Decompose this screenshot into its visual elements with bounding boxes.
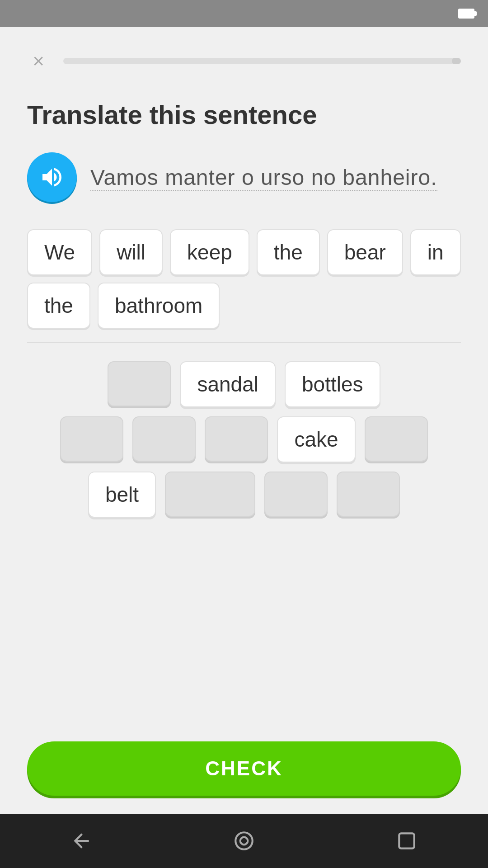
status-bar	[0, 0, 488, 27]
progress-bar	[63, 58, 461, 64]
svg-point-0	[235, 832, 253, 849]
home-button[interactable]	[226, 823, 262, 859]
speaker-icon	[39, 165, 65, 190]
top-row: ×	[27, 50, 461, 72]
answer-area: We will keep the bear in the bathroom	[27, 229, 461, 343]
word-bank-placeholder-6	[165, 472, 255, 517]
close-button[interactable]: ×	[27, 50, 50, 72]
battery-icon	[458, 9, 474, 19]
sentence-text: Vamos manter o urso no banheiro.	[90, 165, 437, 190]
back-button[interactable]	[63, 823, 99, 859]
main-content: × Translate this sentence Vamos manter o…	[0, 27, 488, 814]
sentence-row: Vamos manter o urso no banheiro.	[27, 152, 461, 202]
svg-rect-2	[399, 833, 414, 848]
audio-button[interactable]	[27, 152, 77, 202]
recent-button[interactable]	[389, 823, 425, 859]
answer-chip-the1[interactable]: the	[257, 229, 320, 275]
word-bank-placeholder-2	[60, 416, 123, 462]
word-bank: sandal bottles cake belt	[27, 361, 461, 518]
word-bank-placeholder-8	[337, 472, 400, 517]
instruction-text: Translate this sentence	[27, 99, 461, 130]
word-bank-placeholder-4	[205, 416, 268, 462]
word-bank-belt[interactable]: belt	[88, 472, 156, 518]
word-bank-row-1: sandal bottles	[36, 361, 452, 407]
answer-chip-in[interactable]: in	[410, 229, 461, 275]
answer-chip-bathroom[interactable]: bathroom	[98, 283, 220, 329]
answer-chip-keep[interactable]: keep	[170, 229, 249, 275]
word-bank-row-3: belt	[36, 472, 452, 518]
word-bank-placeholder-5	[365, 416, 428, 462]
answer-chip-bear[interactable]: bear	[327, 229, 403, 275]
word-bank-sandal[interactable]: sandal	[180, 361, 276, 407]
word-bank-placeholder-3	[132, 416, 196, 462]
word-bank-cake[interactable]: cake	[277, 416, 355, 462]
check-button[interactable]: CHECK	[27, 741, 461, 796]
word-bank-placeholder	[108, 361, 171, 406]
progress-fill	[452, 58, 461, 64]
bottom-nav	[0, 814, 488, 868]
word-bank-row-2: cake	[36, 416, 452, 462]
answer-chip-the2[interactable]: the	[27, 283, 90, 329]
answer-chip-will[interactable]: will	[99, 229, 163, 275]
word-bank-placeholder-7	[264, 472, 328, 517]
svg-point-1	[240, 837, 248, 845]
answer-chip-we[interactable]: We	[27, 229, 92, 275]
word-bank-bottles[interactable]: bottles	[285, 361, 380, 407]
